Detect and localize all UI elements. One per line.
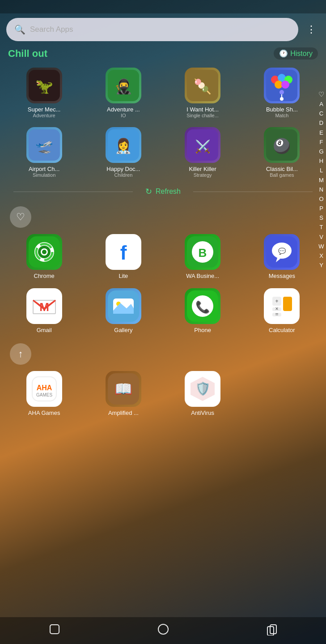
app-icon-phone: 📞	[185, 288, 220, 324]
svg-text:👩‍⚕️: 👩‍⚕️	[114, 137, 132, 154]
favorites-button[interactable]: ♡	[10, 206, 31, 228]
svg-text:🦖: 🦖	[35, 78, 53, 95]
list-item[interactable]: ⚔️ Killer Killer Strategy	[163, 123, 242, 182]
list-item[interactable]: 🦖 Super Mec... Adventure	[4, 63, 84, 123]
svg-rect-49	[266, 290, 297, 322]
list-item[interactable]: 🛡️ AntiVirus	[163, 367, 242, 421]
alpha-s[interactable]: S	[319, 214, 323, 222]
list-item[interactable]: Bubble Sh... Match	[242, 63, 322, 123]
list-item[interactable]: 📞 Phone	[163, 284, 242, 338]
svg-text:AHA: AHA	[36, 384, 52, 392]
search-bar[interactable]: 🔍 Search Apps	[6, 18, 298, 41]
search-placeholder: Search Apps	[30, 25, 73, 34]
list-item[interactable]: f Lite	[84, 230, 163, 284]
list-item[interactable]: B WA Busine...	[163, 230, 242, 284]
svg-text:📞: 📞	[195, 300, 210, 314]
refresh-label: Refresh	[156, 188, 181, 196]
alpha-p[interactable]: P	[319, 205, 323, 213]
alpha-o[interactable]: O	[319, 195, 323, 203]
app-category: Ball games	[270, 172, 294, 178]
app-icon-antivirus: 🛡️	[185, 371, 220, 407]
app-icon-aha: AHA GAMES	[26, 371, 62, 407]
svg-text:+: +	[275, 298, 279, 304]
app-category: Single challe...	[186, 113, 219, 118]
app-icon-bubble-sh	[264, 68, 300, 103]
app-name: Phone	[182, 327, 223, 333]
app-name: Classic Bil...	[262, 166, 302, 172]
app-category: Strategy	[194, 172, 212, 178]
svg-text:=: =	[275, 311, 279, 317]
alpha-g[interactable]: G	[319, 148, 323, 156]
refresh-icon: ↻	[145, 187, 152, 196]
app-icon-super-mec: 🦖	[26, 68, 62, 103]
app-name: Killer Killer	[182, 166, 223, 172]
alpha-w[interactable]: W	[318, 243, 324, 251]
chill-apps-grid: 🦖 Super Mec... Adventure 🥷 Adventure ...…	[0, 63, 326, 182]
search-row: 🔍 Search Apps ⋮	[0, 13, 326, 46]
section-title: Chill out	[8, 48, 47, 60]
list-item[interactable]: 💬 Messages	[242, 230, 322, 284]
list-item[interactable]: Gallery	[84, 284, 163, 338]
alpha-a[interactable]: A	[319, 100, 323, 108]
app-category: Simulation	[33, 172, 55, 178]
alpha-n[interactable]: N	[319, 186, 323, 194]
bottom-apps-grid: AHA GAMES AHA Games 📖 Amplified ... 🛡️ A…	[0, 367, 326, 421]
list-item[interactable]: 📖 Amplified ...	[84, 367, 163, 421]
app-icon-calculator: + × =	[264, 288, 300, 324]
app-icon-gallery	[106, 288, 141, 324]
list-item[interactable]: AHA GAMES AHA Games	[4, 367, 84, 421]
home-button[interactable]	[157, 623, 169, 638]
app-category: Children	[114, 172, 132, 178]
alpha-t[interactable]: T	[320, 223, 323, 231]
upload-button[interactable]: ↑	[10, 343, 31, 365]
app-name: Messages	[262, 273, 302, 279]
svg-text:B: B	[199, 246, 207, 260]
svg-rect-66	[50, 625, 59, 634]
app-name: Lite	[103, 273, 144, 279]
bottom-navigation	[0, 617, 326, 644]
alpha-m[interactable]: M	[319, 176, 324, 184]
alpha-d[interactable]: D	[319, 119, 323, 127]
refresh-row[interactable]: ↻ Refresh	[0, 182, 326, 201]
svg-point-14	[280, 97, 284, 101]
svg-text:📖: 📖	[114, 380, 132, 397]
list-item[interactable]: 🛫 Airport Ch... Simulation	[4, 123, 84, 182]
svg-text:🥷: 🥷	[114, 78, 132, 95]
main-apps-grid: Chrome f Lite B WA Busine...	[0, 230, 326, 338]
svg-text:GAMES: GAMES	[36, 392, 52, 397]
alpha-f[interactable]: F	[320, 138, 323, 146]
alpha-l[interactable]: L	[320, 166, 323, 175]
list-item[interactable]: 🎱 Classic Bil... Ball games	[242, 123, 322, 182]
app-category: Match	[275, 113, 288, 118]
back-button[interactable]	[48, 623, 61, 638]
svg-text:⚔️: ⚔️	[195, 139, 211, 154]
list-item[interactable]: M Gmail	[4, 284, 84, 338]
alpha-c[interactable]: C	[319, 110, 323, 118]
app-icon-happy-doc: 👩‍⚕️	[106, 127, 141, 163]
history-button[interactable]: 🕐 History	[274, 47, 318, 60]
svg-text:🛡️: 🛡️	[195, 381, 211, 396]
list-item[interactable]: Chrome	[4, 230, 84, 284]
history-icon: 🕐	[279, 49, 288, 58]
app-icon-gmail: M	[26, 288, 62, 324]
app-name: Amplified ...	[103, 409, 144, 416]
alpha-heart[interactable]: ♡	[318, 90, 324, 99]
alpha-v[interactable]: V	[319, 233, 323, 241]
list-item[interactable]: 🥷 Adventure ... IO	[84, 63, 163, 123]
app-name: Gmail	[24, 327, 64, 333]
list-item[interactable]: + × = Calculator	[242, 284, 322, 338]
list-item[interactable]: 👩‍⚕️ Happy Doc... Children	[84, 123, 163, 182]
app-icon-classic-bil: 🎱	[264, 127, 300, 163]
alpha-e[interactable]: E	[319, 129, 323, 137]
app-name: Chrome	[24, 273, 64, 279]
svg-text:🍡: 🍡	[194, 78, 212, 95]
app-name: AHA Games	[24, 409, 64, 416]
more-options-button[interactable]: ⋮	[303, 20, 320, 39]
alpha-x[interactable]: X	[319, 252, 323, 260]
app-icon-killer: ⚔️	[185, 127, 220, 163]
recents-button[interactable]	[266, 623, 278, 638]
alpha-h[interactable]: H	[319, 157, 323, 165]
favorites-row: ♡	[0, 201, 326, 230]
alpha-y[interactable]: Y	[319, 261, 323, 269]
list-item[interactable]: 🍡 I Want Hot... Single challe...	[163, 63, 242, 123]
